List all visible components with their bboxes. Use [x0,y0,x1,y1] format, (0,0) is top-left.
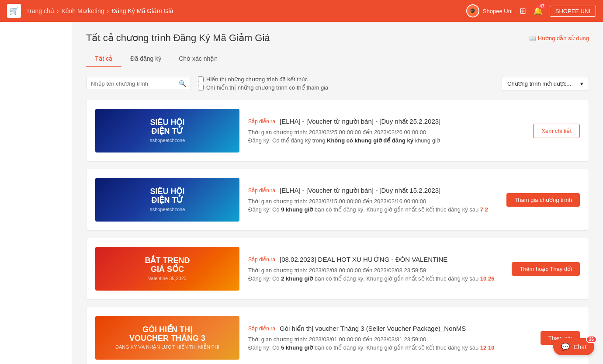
thumb-inner-4: GÓI HIỂN THỊVOUCHER THÁNG 3 ĐĂNG KÝ VÀ N… [95,316,239,360]
card-register-1: Đăng ký: Có thể đăng ký trong Không có k… [248,137,524,144]
card-content-1: Sắp diễn ra [ELHA] - [Voucher từ người b… [248,118,524,144]
header-logo: 🛒 [7,4,21,18]
status-badge-2: Sắp diễn ra [248,187,275,194]
shopee-uni-label[interactable]: Shopee Uni [483,8,513,14]
card-content-3: Sắp diễn ra [08.02.2023] DEAL HOT XU HƯỚ… [248,256,503,282]
shopee-uni-section: 🎓 Shopee Uni [466,4,513,17]
main-content: Tất cả chương trình Đăng Ký Mã Giảm Giá … [72,22,603,364]
card-action-1: Xem chi tiết [533,124,580,138]
tab-registered[interactable]: Đã đăng ký [121,51,170,67]
tab-pending[interactable]: Chờ xác nhận [170,51,226,67]
sort-label: Chương trình mới được... [507,80,571,87]
add-change-button-3[interactable]: Thêm hoặc Thay đổi [512,262,580,276]
card-title-4: Gói hiển thị voucher Tháng 3 (Seller Vou… [280,325,466,333]
card-action-2: Tham gia chương trình [506,193,580,207]
checkbox-ended[interactable] [198,76,204,82]
program-card-3: BẮT TRENDGIÁ SỐC Valentine 35,2023 Sắp d… [86,238,589,300]
thumb-text-2: SIÊU HỘIĐIỆN TỬ [150,187,184,205]
checkbox-joinable-row[interactable]: Chỉ hiển thị những chương trình có thể t… [198,84,328,91]
status-badge-4: Sắp diễn ra [248,326,275,332]
thumb-text-sub-2: #shopeetchzone [150,207,185,212]
card-register-2: Đăng ký: Có 9 khung giờ bạn có thể đăng … [248,206,498,213]
checkbox-joinable-label: Chỉ hiển thị những chương trình có thể t… [206,84,328,91]
chat-button[interactable]: 26 💬 Chat [553,338,594,355]
program-card-2: SIÊU HỘIĐIỆN TỬ #shopeetchzone Sắp diễn … [86,169,589,231]
card-thumbnail-4: GÓI HIỂN THỊVOUCHER THÁNG 3 ĐĂNG KÝ VÀ N… [95,316,239,360]
card-time-1: Thời gian chương trình: 2023/02/25 00:00… [248,129,524,135]
breadcrumb-marketing[interactable]: Kênh Marketing [61,7,104,14]
thumb-text-sub-1: #shopeetchzone [150,138,185,143]
notification-button[interactable]: 🔔 47 [533,6,543,16]
page-title-row: Tất cả chương trình Đăng Ký Mã Giảm Giá … [86,32,589,44]
thumb-inner-2: SIÊU HỘIĐIỆN TỬ #shopeetchzone [95,178,239,222]
program-card-1: SIÊU HỘIĐIỆN TỬ #shopeetchzone Sắp diễn … [86,100,589,162]
checkbox-ended-row[interactable]: Hiển thị những chương trình đã kết thúc [198,76,328,83]
sort-dropdown[interactable]: Chương trình mới được... ▾ [502,77,589,90]
breadcrumb-home[interactable]: Trang chủ [26,7,54,14]
tab-all[interactable]: Tất cả [86,51,121,67]
thumb-text-sub-3: Valentine 35,2023 [148,276,187,281]
search-box: 🔍 [86,77,191,90]
card-register-4: Đăng ký: Có 5 khung giờ bạn có thể đăng … [248,344,532,351]
chat-icon: 💬 [561,343,570,351]
header: 🛒 Trang chủ › Kênh Marketing › Đăng Ký M… [0,0,603,22]
card-time-2: Thời gian chương trình: 2023/02/15 00:00… [248,198,498,205]
card-thumbnail-1: SIÊU HỘIĐIỆN TỬ #shopeetchzone [95,109,239,153]
checkbox-ended-label: Hiển thị những chương trình đã kết thúc [206,76,308,83]
chat-label: Chat [573,343,586,350]
breadcrumb: Trang chủ › Kênh Marketing › Đăng Ký Mã … [26,7,173,14]
card-action-3: Thêm hoặc Thay đổi [512,262,580,276]
card-title-1: [ELHA] - [Voucher từ người bán] - [Duy n… [280,118,440,125]
card-title-2: [ELHA] - [Voucher từ người bán] - [Duy n… [280,187,440,194]
header-right: 🎓 Shopee Uni ⊞ 🔔 47 SHOPEE UNI [466,4,596,17]
status-badge-3: Sắp diễn ra [248,257,275,263]
filter-row: 🔍 Hiển thị những chương trình đã kết thú… [86,76,589,91]
thumb-text-4: GÓI HIỂN THỊVOUCHER THÁNG 3 [129,326,205,343]
page-title: Tất cả chương trình Đăng Ký Mã Giảm Giá [86,32,270,44]
search-input[interactable] [91,80,176,87]
status-badge-1: Sắp diễn ra [248,118,275,125]
card-time-4: Thời gian chương trình: 2023/03/01 00:00… [248,336,532,343]
notification-badge: 47 [538,3,546,9]
thumb-text-1: SIÊU HỘIĐIỆN TỬ [150,118,184,136]
card-header-2: Sắp diễn ra [ELHA] - [Voucher từ người b… [248,187,498,194]
card-time-3: Thời gian chương trình: 2023/02/08 00:00… [248,267,503,274]
checkbox-joinable[interactable] [198,85,204,90]
breadcrumb-sep-1: › [57,7,59,14]
card-content-4: Sắp diễn ra Gói hiển thị voucher Tháng 3… [248,325,532,351]
card-title-3: [08.02.2023] DEAL HOT XU HƯỚNG - ĐÓN VAL… [280,256,447,263]
card-register-3: Đăng ký: Có 2 khung giờ bạn có thể đăng … [248,275,503,282]
view-detail-button-1[interactable]: Xem chi tiết [533,124,580,138]
shopee-logo-icon: 🛒 [7,4,21,18]
card-header-1: Sắp diễn ra [ELHA] - [Voucher từ người b… [248,118,524,125]
card-content-2: Sắp diễn ra [ELHA] - [Voucher từ người b… [248,187,498,213]
grid-icon[interactable]: ⊞ [520,6,526,16]
card-header-4: Sắp diễn ra Gói hiển thị voucher Tháng 3… [248,325,532,333]
search-icon: 🔍 [179,80,186,87]
user-menu-button[interactable]: SHOPEE UNI [550,6,596,17]
page-layout: Tất cả chương trình Đăng Ký Mã Giảm Giá … [0,22,603,364]
chevron-down-icon: ▾ [580,80,583,87]
program-card-4: GÓI HIỂN THỊVOUCHER THÁNG 3 ĐĂNG KÝ VÀ N… [86,307,589,364]
card-thumbnail-3: BẮT TRENDGIÁ SỐC Valentine 35,2023 [95,247,239,291]
sidebar [0,22,72,364]
thumb-text-3: BẮT TRENDGIÁ SỐC [145,257,190,274]
checkboxes: Hiển thị những chương trình đã kết thúc … [198,76,328,91]
join-button-2[interactable]: Tham gia chương trình [506,193,580,207]
thumb-text-sub-4: ĐĂNG KÝ VÀ NHẬN LƯỢT HIỂN THỊ MIỄN PHÍ [115,344,219,350]
uni-avatar: 🎓 [466,4,479,17]
thumb-inner-3: BẮT TRENDGIÁ SỐC Valentine 35,2023 [95,247,239,291]
guide-link[interactable]: 📖 Hướng dẫn sử dụng [529,35,589,42]
chat-badge: 26 [586,336,597,343]
thumb-inner-1: SIÊU HỘIĐIỆN TỬ #shopeetchzone [95,109,239,153]
card-thumbnail-2: SIÊU HỘIĐIỆN TỬ #shopeetchzone [95,178,239,222]
breadcrumb-sep-2: › [107,7,109,14]
tab-bar: Tất cả Đã đăng ký Chờ xác nhận [86,51,589,67]
card-header-3: Sắp diễn ra [08.02.2023] DEAL HOT XU HƯỚ… [248,256,503,263]
breadcrumb-current: Đăng Ký Mã Giảm Giá [111,7,173,14]
